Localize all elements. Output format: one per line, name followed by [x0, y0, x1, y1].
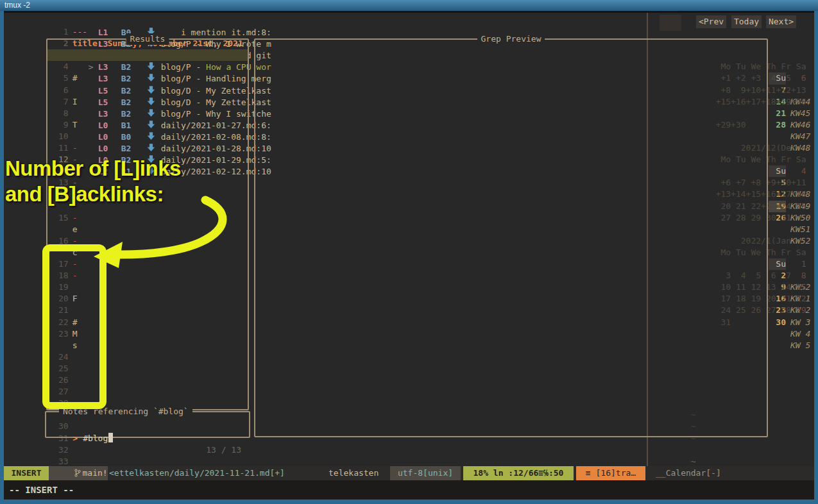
- branch-name: main!: [83, 466, 108, 480]
- filetype-label: telekasten: [328, 466, 379, 480]
- grep-preview-window: Grep Preview: [254, 38, 768, 437]
- git-branch-icon: [74, 469, 81, 477]
- encoding-label: utf-8[unix]: [390, 466, 461, 480]
- prompt-input[interactable]: #blog: [83, 433, 108, 443]
- calendar-today-button[interactable]: Today: [731, 15, 762, 28]
- prompt-caret: >: [72, 433, 78, 443]
- cursor-position: 18% ln :12/66≡℅:50: [463, 466, 574, 480]
- calendar-week-number: KW 5: [790, 340, 810, 351]
- annotation-line1: Number of [L]inks: [5, 156, 181, 181]
- annotation-highlight-box: [42, 244, 107, 409]
- calendar-next-button[interactable]: Next>: [766, 15, 796, 28]
- status-bar: INSERT main! <ettelkasten/daily/2021-11-…: [4, 466, 814, 480]
- result-counter: 13 / 13: [206, 444, 241, 456]
- prompt-row[interactable]: >#blog 13 / 13: [45, 421, 249, 433]
- git-branch-segment: main!: [49, 466, 108, 480]
- text-cursor: [108, 433, 113, 442]
- terminal-screen: tmux -2 1--- 2title: Sunday, November 21…: [0, 0, 818, 504]
- annotation-line2: and [B]acklinks:: [5, 181, 181, 207]
- file-path: <ettelkasten/daily/2021-11-21.md[+]: [109, 466, 285, 480]
- results-window-title: Results: [126, 33, 169, 45]
- annotation-text: Number of [L]inks and [B]acklinks:: [5, 156, 181, 207]
- calendar-scroll-block: [660, 15, 681, 31]
- terminal-top-gap: [4, 11, 814, 13]
- vim-mode-message: -- INSERT --: [9, 483, 74, 497]
- window-titlebar: tmux -2: [0, 0, 818, 11]
- window-title: tmux -2: [4, 1, 30, 10]
- result-item[interactable]: L1B0 i mention it.md:8:: [46, 15, 249, 26]
- empty-line-tilde: ~: [651, 444, 695, 456]
- calendar-prev-button[interactable]: <Prev: [696, 15, 726, 28]
- calendar-week-number: KW 4: [790, 328, 810, 340]
- grep-preview-title: Grep Preview: [477, 33, 545, 45]
- mode-indicator: INSERT: [4, 466, 49, 480]
- trailing-whitespace-warning: ≡ [16]tra…: [576, 466, 645, 480]
- calendar-statusline: __Calendar[-]: [656, 466, 721, 480]
- command-line-zone: [4, 480, 814, 500]
